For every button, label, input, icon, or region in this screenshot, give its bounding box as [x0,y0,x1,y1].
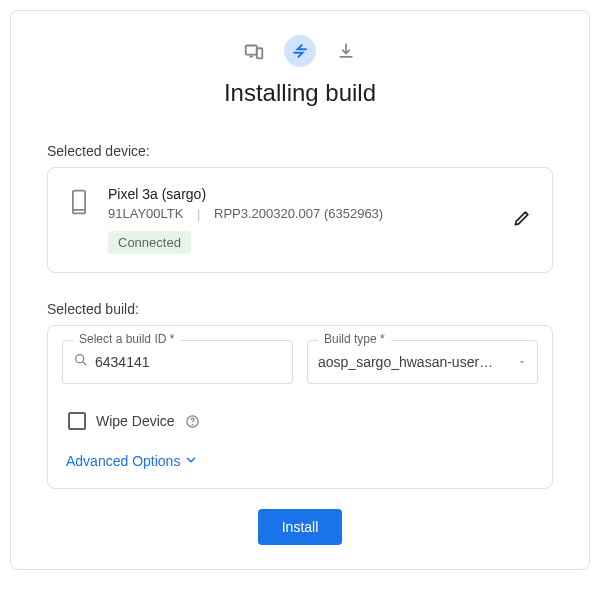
build-type-label: Build type * [318,332,391,346]
device-build-info: RPP3.200320.007 (6352963) [214,206,383,221]
wipe-device-checkbox[interactable] [68,412,86,430]
advanced-options-label: Advanced Options [66,453,180,469]
wipe-device-label: Wipe Device [96,413,175,429]
field-row: Select a build ID * Build type * aosp_sa… [62,340,538,384]
svg-rect-1 [257,48,263,58]
stepper [47,35,553,67]
install-row: Install [47,509,553,545]
device-section-label: Selected device: [47,143,553,159]
wipe-device-row: Wipe Device [62,412,538,430]
devices-icon [238,35,270,67]
transfer-icon [284,35,316,67]
advanced-options-toggle[interactable]: Advanced Options [62,453,198,470]
chevron-down-icon [184,453,198,470]
build-id-input[interactable] [95,354,282,370]
status-badge: Connected [108,231,191,254]
install-build-card: Installing build Selected device: Pixel … [10,10,590,570]
build-id-label: Select a build ID * [73,332,180,346]
chevron-down-icon [517,353,527,371]
separator: | [197,206,200,221]
phone-icon [68,188,90,220]
device-info: Pixel 3a (sargo) 91LAY00LTK | RPP3.20032… [108,186,532,254]
svg-line-5 [83,362,86,365]
build-card: Select a build ID * Build type * aosp_sa… [47,325,553,489]
install-button[interactable]: Install [258,509,343,545]
device-meta: 91LAY00LTK | RPP3.200320.007 (6352963) [108,206,532,221]
svg-rect-0 [246,46,257,55]
device-serial: 91LAY00LTK [108,206,183,221]
edit-icon[interactable] [512,208,532,232]
help-icon[interactable] [185,414,200,429]
build-type-value: aosp_sargo_hwasan-user… [318,354,517,370]
build-section-label: Selected build: [47,301,553,317]
search-icon [73,352,89,372]
device-card: Pixel 3a (sargo) 91LAY00LTK | RPP3.20032… [47,167,553,273]
device-name: Pixel 3a (sargo) [108,186,532,202]
download-icon [330,35,362,67]
svg-point-4 [76,355,84,363]
page-title: Installing build [47,79,553,107]
build-id-field[interactable]: Select a build ID * [62,340,293,384]
build-type-field[interactable]: Build type * aosp_sargo_hwasan-user… [307,340,538,384]
svg-point-7 [192,424,193,425]
